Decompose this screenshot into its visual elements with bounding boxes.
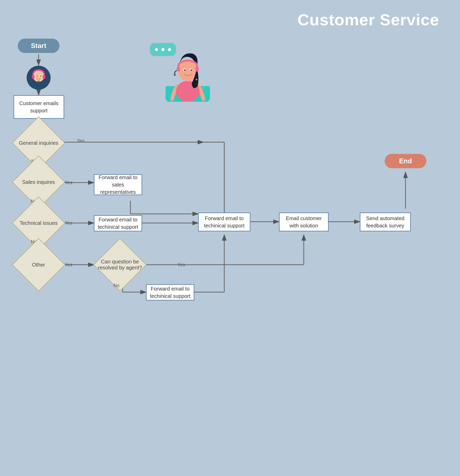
start-node: Start (18, 39, 59, 53)
can-question-no-label: No (113, 283, 119, 288)
svg-point-53 (192, 71, 195, 75)
svg-point-51 (190, 69, 192, 71)
sales-yes-label: Yes (65, 180, 72, 185)
svg-point-50 (184, 69, 186, 71)
svg-point-26 (33, 70, 44, 82)
forward-email-tech2-box: Forward email to techinical support (146, 284, 194, 300)
svg-rect-34 (38, 81, 39, 83)
general-yes-label: Yes (77, 138, 84, 144)
other-diamond: Other (18, 252, 59, 278)
svg-point-47 (174, 74, 176, 76)
svg-rect-28 (43, 75, 45, 79)
forward-email-sales-box: Forward email to sales representatives (94, 174, 142, 195)
svg-point-31 (37, 75, 38, 76)
svg-point-52 (180, 71, 184, 75)
support-person-illustration: ✦ ✦ ✦ (151, 47, 224, 121)
svg-text:✦: ✦ (202, 87, 204, 90)
agent-illustration (26, 65, 51, 90)
svg-text:✦: ✦ (199, 80, 204, 86)
other-yes-label: Yes (65, 262, 72, 268)
can-question-yes-label: Yes (177, 262, 185, 268)
svg-rect-46 (196, 67, 199, 71)
page-title: Customer Service (298, 10, 439, 29)
svg-rect-27 (32, 75, 34, 79)
sales-inquires-diamond: Sales inquires (18, 169, 59, 195)
customer-emails-box: Customer emails support (14, 95, 64, 119)
end-node: End (385, 154, 426, 168)
svg-point-32 (40, 75, 41, 76)
general-inquiries-diamond: General inquiries (18, 130, 59, 156)
email-customer-box: Email customer with solution (279, 213, 329, 231)
can-question-diamond: Can question be resolved by agent? (91, 252, 149, 278)
forward-email-tech1-box: Forward email to techinical support (94, 215, 142, 231)
svg-rect-33 (38, 81, 40, 81)
technical-yes-label: Yes (65, 220, 72, 226)
send-survey-box: Send automated feedback survey (360, 213, 411, 231)
svg-text:✦: ✦ (195, 77, 198, 82)
forward-email-tech-main-box: Forward email to techinical support (198, 213, 250, 231)
technical-issues-diamond: Technical issues (18, 210, 59, 236)
svg-rect-45 (177, 67, 180, 71)
